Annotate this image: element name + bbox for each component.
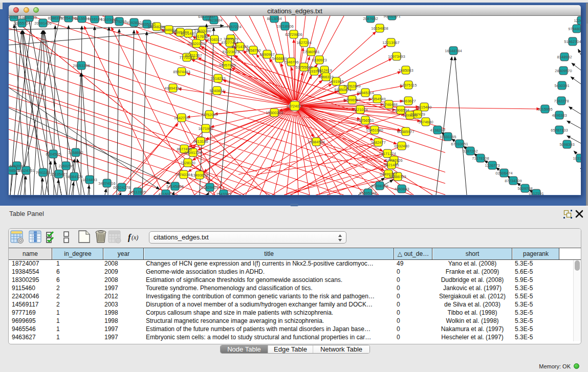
- svg-text:98084124: 98084124: [66, 174, 82, 179]
- svg-text:1824493: 1824493: [82, 178, 97, 182]
- svg-text:7770143: 7770143: [179, 55, 194, 60]
- svg-text:1326773: 1326773: [485, 163, 499, 168]
- svg-text:60385977: 60385977: [397, 129, 414, 134]
- svg-text:7991183: 7991183: [36, 170, 51, 175]
- svg-text:01429401: 01429401: [201, 185, 218, 190]
- svg-text:9912419: 9912419: [317, 68, 332, 73]
- svg-text:7857224: 7857224: [226, 25, 241, 29]
- svg-text:7917693: 7917693: [193, 34, 208, 39]
- svg-text:67737826: 67737826: [385, 158, 402, 163]
- svg-text:18724007: 18724007: [286, 104, 303, 108]
- svg-text:55698169: 55698169: [371, 184, 388, 188]
- svg-text:2260256: 2260256: [58, 164, 73, 168]
- svg-text:71746488: 71746488: [380, 102, 397, 107]
- svg-text:3518233: 3518233: [210, 76, 225, 81]
- svg-text:80112805: 80112805: [129, 190, 146, 194]
- svg-text:17080531: 17080531: [302, 50, 319, 54]
- svg-text:12213967: 12213967: [382, 40, 399, 45]
- svg-text:57262849: 57262849: [343, 84, 360, 89]
- svg-text:13171274: 13171274: [379, 151, 396, 156]
- svg-text:4216073: 4216073: [158, 192, 173, 195]
- svg-text:6475255: 6475255: [112, 19, 126, 24]
- svg-text:7485063: 7485063: [398, 68, 413, 73]
- svg-text:7182278: 7182278: [554, 99, 569, 103]
- svg-text:62729806: 62729806: [285, 32, 302, 37]
- svg-text:15451680: 15451680: [366, 128, 383, 133]
- svg-text:3482477: 3482477: [371, 140, 385, 145]
- svg-text:02606474: 02606474: [495, 171, 512, 176]
- svg-text:19218906: 19218906: [276, 24, 293, 29]
- svg-text:1627204: 1627204: [296, 40, 311, 45]
- svg-text:0812191: 0812191: [529, 191, 543, 195]
- svg-text:10973493: 10973493: [388, 54, 405, 59]
- svg-text:28809570: 28809570: [555, 69, 572, 73]
- svg-text:0433218: 0433218: [9, 16, 21, 19]
- svg-text:5430391: 5430391: [554, 83, 569, 88]
- svg-text:34624751: 34624751: [17, 168, 34, 173]
- svg-text:49894134: 49894134: [164, 86, 181, 91]
- svg-text:20691406: 20691406: [34, 21, 51, 26]
- svg-text:16154808: 16154808: [371, 26, 388, 31]
- svg-text:55886753: 55886753: [389, 174, 406, 179]
- svg-text:34957885: 34957885: [219, 63, 235, 68]
- svg-text:79740344: 79740344: [175, 172, 192, 177]
- svg-text:13493618: 13493618: [191, 173, 208, 178]
- svg-text:2421024: 2421024: [353, 107, 367, 112]
- svg-text:81223623: 81223623: [222, 50, 239, 54]
- svg-text:51462704: 51462704: [564, 39, 581, 44]
- svg-text:37996507: 37996507: [343, 98, 360, 102]
- svg-text:9463627: 9463627: [401, 99, 416, 103]
- svg-text:12375115: 12375115: [400, 83, 417, 87]
- svg-text:87234309: 87234309: [505, 179, 521, 183]
- svg-text:5009788: 5009788: [517, 186, 532, 191]
- svg-text:6658760: 6658760: [246, 48, 260, 53]
- svg-text:65787133: 65787133: [551, 128, 568, 133]
- svg-text:37631165: 37631165: [440, 135, 456, 139]
- svg-text:3387262: 3387262: [463, 149, 477, 154]
- svg-text:19384554: 19384554: [308, 140, 324, 144]
- svg-text:5098393: 5098393: [559, 142, 574, 147]
- svg-text:8813054: 8813054: [267, 16, 281, 21]
- svg-text:6193990: 6193990: [9, 164, 24, 168]
- svg-text:15300293: 15300293: [266, 111, 282, 115]
- svg-text:4966319: 4966319: [318, 75, 333, 79]
- svg-text:1491905: 1491905: [329, 79, 343, 84]
- svg-text:96532871: 96532871: [383, 16, 400, 18]
- svg-text:27354549: 27354549: [368, 97, 385, 101]
- svg-text:61595148: 61595148: [359, 191, 376, 195]
- svg-text:4896383: 4896383: [552, 113, 567, 118]
- svg-text:77752047: 77752047: [201, 113, 217, 117]
- svg-text:2328120: 2328120: [180, 161, 195, 165]
- svg-text:25135427: 25135427: [50, 172, 67, 177]
- svg-text:99091334: 99091334: [184, 150, 201, 155]
- svg-text:20355724: 20355724: [13, 21, 30, 26]
- svg-text:76945314: 76945314: [357, 91, 374, 95]
- svg-text:67010651: 67010651: [451, 142, 468, 146]
- svg-text:1226916: 1226916: [574, 18, 581, 23]
- svg-text:00524278: 00524278: [113, 185, 130, 190]
- svg-text:9821465: 9821465: [384, 163, 399, 167]
- svg-text:7543303: 7543303: [216, 192, 231, 195]
- svg-text:1031051: 1031051: [573, 156, 581, 161]
- svg-text:13433200: 13433200: [194, 29, 211, 33]
- svg-text:29053346: 29053346: [73, 63, 90, 68]
- svg-text:54145868: 54145868: [166, 184, 183, 189]
- svg-text:72423884: 72423884: [205, 18, 222, 23]
- svg-text:3215955: 3215955: [537, 107, 552, 112]
- svg-text:4738299: 4738299: [430, 128, 445, 133]
- svg-text:0842710: 0842710: [174, 116, 189, 120]
- svg-text:9600133: 9600133: [21, 16, 36, 20]
- svg-text:(x): (x): [132, 234, 138, 241]
- svg-text:76320163: 76320163: [188, 41, 205, 46]
- svg-text:71906594: 71906594: [392, 108, 409, 113]
- svg-text:0330923: 0330923: [312, 58, 326, 62]
- svg-text:7346706: 7346706: [284, 60, 298, 64]
- svg-text:2087652: 2087652: [363, 16, 378, 21]
- svg-text:5240824: 5240824: [209, 89, 224, 93]
- svg-text:16648784: 16648784: [445, 49, 462, 53]
- svg-text:71756551: 71756551: [357, 118, 374, 123]
- svg-text:2787429: 2787429: [410, 112, 425, 117]
- svg-text:85574443: 85574443: [173, 70, 190, 74]
- svg-text:9115460: 9115460: [417, 105, 432, 110]
- svg-text:4060883: 4060883: [394, 187, 409, 191]
